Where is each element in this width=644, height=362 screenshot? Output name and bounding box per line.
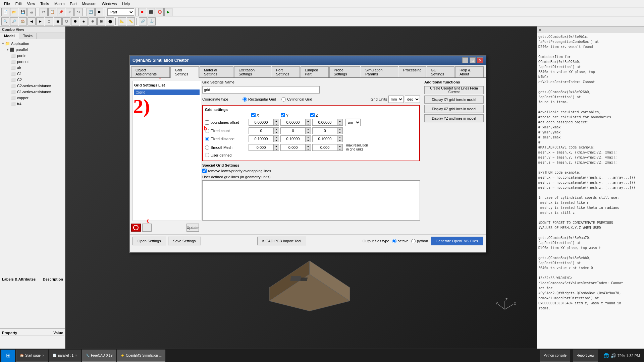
tab-gui-settings[interactable]: GUI Settings [427,66,454,77]
boundaries-y-spinner[interactable]: ▲▼ [306,119,311,126]
fixed-count-z[interactable] [312,127,337,134]
tb-measure2[interactable]: 📏 [127,17,135,25]
tree-parallel[interactable]: ▼ ⬛ parallel [6,47,64,53]
x-axis-check[interactable]: X [251,113,278,117]
tb-view1[interactable]: 🔍 [1,17,9,25]
menu-tools[interactable]: Tools [38,1,52,6]
tb-3d8[interactable]: ⬤ [106,17,114,25]
x-checkbox[interactable] [251,113,256,117]
taskbar-freecad[interactable]: 🔧 FreeCAD 0.19 [82,350,116,362]
cyl-grid-radio[interactable]: Cylindrical Grid [281,97,312,102]
tree-portout[interactable]: ⬜ portout [11,59,64,65]
tab-help-about[interactable]: Help & About [455,66,484,77]
tb-measure1[interactable]: 📐 [118,17,126,25]
tb-snap2[interactable]: ⚓ [148,17,156,25]
tree-c1[interactable]: ⬜ C1 [11,71,64,77]
smooth-mesh-radio[interactable] [205,145,209,150]
python-radio-label[interactable]: python [411,239,428,243]
smooth-y-spinner[interactable]: ▲▼ [306,144,311,151]
fixed-dist-x[interactable] [249,135,274,142]
tb-3d7[interactable]: ⊞ [97,17,105,25]
smooth-x[interactable] [249,144,274,151]
tab-processing[interactable]: Processing [399,66,426,77]
menu-windows[interactable]: Windows [99,1,120,6]
deg-dropdown[interactable]: deg rad [405,96,420,103]
console-header[interactable]: ✕ [537,26,644,33]
fixed-dist-z[interactable] [312,135,337,142]
tab-grid-settings[interactable]: Grid Settings [170,66,199,78]
tb-open[interactable]: 📂 [10,8,18,16]
fixed-count-y-spinner[interactable]: ▲▼ [306,127,311,134]
display-yz-btn[interactable]: Display YZ grid lines in model [424,114,484,122]
smooth-z[interactable] [312,144,337,151]
fixed-dist-y[interactable] [280,135,306,142]
tb-cut[interactable]: ✂ [40,8,48,16]
tb-print[interactable]: 🖨 [28,8,36,16]
tb-refresh[interactable]: 🔄 [87,8,95,16]
boundaries-checkbox[interactable] [205,120,209,125]
octave-radio-label[interactable]: octave [392,239,409,243]
fixed-count-y[interactable] [280,127,306,134]
open-settings-btn[interactable]: Open Settings [132,237,166,245]
tab-model[interactable]: Model [0,33,19,39]
grid-units-dropdown[interactable]: mm um cm [388,96,404,103]
expand-parallel[interactable]: ▼ [6,48,9,51]
y-axis-check[interactable]: Y [281,113,308,117]
menu-measure[interactable]: Measure [79,1,99,6]
tb-play[interactable]: ▶ [164,8,172,16]
rect-grid-radio-input[interactable] [243,97,247,102]
tb-snap1[interactable]: 🔗 [139,17,147,25]
grid-list-item-grid[interactable]: 🗂 grid [134,89,200,95]
expand-application[interactable]: ▼ [1,42,5,45]
tb-view2[interactable]: 🔎 [10,17,18,25]
tb-view3[interactable]: 🏠 [19,17,27,25]
tb-3d5[interactable]: ◈ [80,17,88,25]
tb-redo[interactable]: ↪ [74,8,83,16]
boundaries-y-input[interactable] [280,119,306,126]
tb-view4[interactable]: ◀ [28,17,36,25]
fixed-dist-x-spinner[interactable]: ▲▼ [274,135,279,142]
tb-undo[interactable]: ↩ [66,8,74,16]
fixed-count-x-spinner[interactable]: ▲▼ [274,127,279,134]
remove-overlap-checkbox[interactable] [202,169,207,173]
tb-paste[interactable]: 📌 [57,8,65,16]
console-content[interactable]: gets.QComboBox(0x43e9b1c, 'aPortPropagat… [537,33,644,349]
boundaries-x-spinner[interactable]: ▲▼ [274,119,279,126]
smooth-y[interactable] [280,144,306,151]
taskbar-parallel[interactable]: 📄 parallel : 1 ✕ [49,350,81,362]
tb-save[interactable]: 💾 [19,8,27,16]
y-checkbox[interactable] [281,113,285,117]
rect-grid-radio[interactable]: Rectangular Grid [243,97,276,102]
tree-portin[interactable]: ⬜ portin [11,53,64,59]
menu-help[interactable]: Help [119,1,132,6]
tab-simulation-params[interactable]: Simulation Params [361,66,398,77]
fixed-count-z-spinner[interactable]: ▲▼ [337,127,343,134]
workbench-dropdown[interactable]: Part [107,8,134,16]
fixed-dist-y-spinner[interactable]: ▲▼ [306,135,311,142]
boundaries-z-spinner[interactable]: ▲▼ [337,119,343,126]
smooth-z-spinner[interactable]: ▲▼ [337,144,343,151]
tb-box[interactable]: ⬛ [147,8,155,16]
save-settings-btn[interactable]: Save Settings [168,237,201,245]
boundaries-unit-dropdown[interactable]: um mm [345,119,361,126]
tab-excitation-settings[interactable]: Excitation Settings [234,66,271,77]
create-userdef-btn[interactable]: Create Userdef Grid Lines From Current [424,86,484,94]
taskbar-parallel-close[interactable]: ✕ [75,354,77,357]
display-xy-btn[interactable]: Display XY grid lines in model [424,96,484,104]
start-button[interactable]: ⊞ [1,350,15,362]
tab-lumped-part[interactable]: Lumped Part [301,66,329,77]
menu-file[interactable]: File [1,1,13,6]
dialog-minimize[interactable]: _ [462,57,468,63]
tab-probe-settings[interactable]: Probe Settings [329,66,360,77]
display-xz-btn[interactable]: Display XZ grid lines in model [424,105,484,113]
user-grid-textarea[interactable] [202,180,420,221]
taskbar-start-close[interactable]: ✕ [42,354,45,357]
tab-material-settings[interactable]: Material Settings [200,66,233,77]
octave-radio[interactable] [392,239,396,243]
tb-3d3[interactable]: ⬡ [62,17,70,25]
dialog-maximize[interactable]: □ [470,57,476,63]
generate-btn[interactable]: Generate OpenEMS Files [431,237,483,245]
fixed-count-x[interactable] [249,127,274,134]
grid-name-input[interactable] [202,86,320,94]
boundaries-z-input[interactable] [312,119,337,126]
